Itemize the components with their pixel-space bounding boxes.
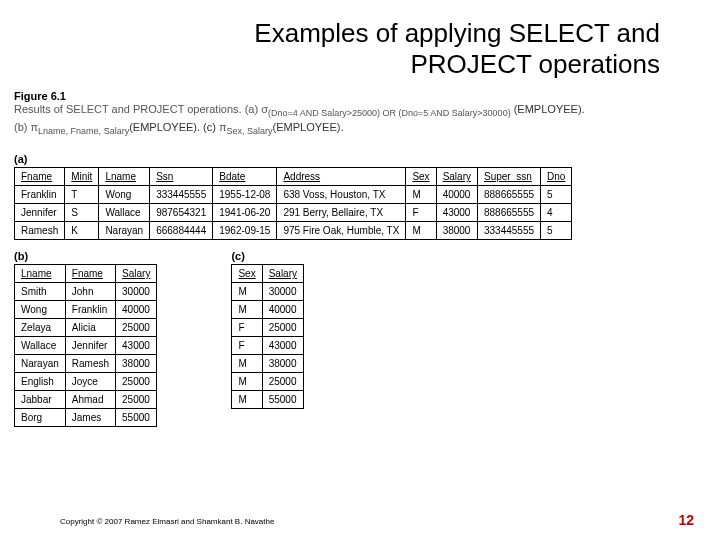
table-cell: M <box>406 186 436 204</box>
table-cell: 43000 <box>436 204 477 222</box>
pi-c-subscript: Sex, Salary <box>227 126 273 136</box>
table-cell: 25000 <box>116 373 157 391</box>
pi-symbol-b: π <box>31 121 39 133</box>
table-cell: Jabbar <box>15 391 66 409</box>
table-cell: Wong <box>99 186 150 204</box>
title-line-2: PROJECT operations <box>410 49 660 79</box>
employee-a: (EMPLOYEE). <box>514 103 585 115</box>
table-cell: 25000 <box>262 373 303 391</box>
table-cell: Jennifer <box>65 337 115 355</box>
column-header: Address <box>277 168 406 186</box>
table-row: RameshKNarayan6668844441962-09-15975 Fir… <box>15 222 572 240</box>
column-header: Fname <box>65 265 115 283</box>
table-c: SexSalaryM30000M40000F25000F43000M38000M… <box>231 264 304 409</box>
column-header: Sex <box>232 265 262 283</box>
table-cell: M <box>232 391 262 409</box>
table-cell: F <box>232 337 262 355</box>
table-row: WongFranklin40000 <box>15 301 157 319</box>
table-cell: Borg <box>15 409 66 427</box>
table-cell: 25000 <box>262 319 303 337</box>
table-cell: Narayan <box>99 222 150 240</box>
sigma-subscript: (Dno=4 AND Salary>25000) OR (Dno=5 AND S… <box>268 109 511 119</box>
column-header: Minit <box>65 168 99 186</box>
table-cell: 666884444 <box>150 222 213 240</box>
table-cell: 291 Berry, Bellaire, TX <box>277 204 406 222</box>
table-cell: Zelaya <box>15 319 66 337</box>
table-cell: 987654321 <box>150 204 213 222</box>
column-header: Salary <box>436 168 477 186</box>
table-cell: 38000 <box>436 222 477 240</box>
table-a: FnameMinitLnameSsnBdateAddressSexSalaryS… <box>14 167 572 240</box>
table-cell: 25000 <box>116 319 157 337</box>
table-row: JenniferSWallace9876543211941-06-20291 B… <box>15 204 572 222</box>
column-header: Bdate <box>213 168 277 186</box>
table-cell: Alicia <box>65 319 115 337</box>
table-cell: T <box>65 186 99 204</box>
table-cell: Ramesh <box>15 222 65 240</box>
table-cell: 888665555 <box>477 186 540 204</box>
table-row: M25000 <box>232 373 304 391</box>
pi-symbol-c: π <box>219 121 227 133</box>
column-header: Salary <box>116 265 157 283</box>
table-cell: 5 <box>541 222 572 240</box>
column-header: Super_ssn <box>477 168 540 186</box>
employee-c: (EMPLOYEE). <box>273 121 344 133</box>
table-cell: Joyce <box>65 373 115 391</box>
table-cell: John <box>65 283 115 301</box>
table-cell: 638 Voss, Houston, TX <box>277 186 406 204</box>
part-c-label: (c) <box>231 250 304 262</box>
column-header: Salary <box>262 265 303 283</box>
table-cell: Wallace <box>99 204 150 222</box>
table-row: SmithJohn30000 <box>15 283 157 301</box>
table-b: LnameFnameSalarySmithJohn30000WongFrankl… <box>14 264 157 427</box>
table-cell: Ahmad <box>65 391 115 409</box>
page-number: 12 <box>678 512 694 528</box>
figure-label: Figure 6.1 <box>0 84 720 102</box>
table-row: F25000 <box>232 319 304 337</box>
column-header: Fname <box>15 168 65 186</box>
table-cell: 55000 <box>262 391 303 409</box>
table-row: M30000 <box>232 283 304 301</box>
table-cell: 30000 <box>116 283 157 301</box>
column-header: Lname <box>99 168 150 186</box>
figure-description: Results of SELECT and PROJECT operations… <box>0 102 720 143</box>
column-header: Ssn <box>150 168 213 186</box>
table-cell: James <box>65 409 115 427</box>
table-cell: F <box>406 204 436 222</box>
table-cell: 333445555 <box>477 222 540 240</box>
table-row: NarayanRamesh38000 <box>15 355 157 373</box>
part-b-label: (b) <box>14 250 157 262</box>
table-cell: Narayan <box>15 355 66 373</box>
table-cell: M <box>232 355 262 373</box>
table-cell: M <box>406 222 436 240</box>
desc-b-prefix: (b) <box>14 121 31 133</box>
table-cell: 38000 <box>116 355 157 373</box>
table-cell: 5 <box>541 186 572 204</box>
table-cell: 1955-12-08 <box>213 186 277 204</box>
table-cell: K <box>65 222 99 240</box>
table-row: EnglishJoyce25000 <box>15 373 157 391</box>
table-cell: 333445555 <box>150 186 213 204</box>
table-cell: F <box>232 319 262 337</box>
table-cell: Franklin <box>65 301 115 319</box>
slide-title: Examples of applying SELECT and PROJECT … <box>0 0 720 84</box>
table-cell: Smith <box>15 283 66 301</box>
table-row: M38000 <box>232 355 304 373</box>
table-cell: 40000 <box>262 301 303 319</box>
table-cell: M <box>232 301 262 319</box>
table-cell: Wallace <box>15 337 66 355</box>
table-row: BorgJames55000 <box>15 409 157 427</box>
table-cell: 43000 <box>262 337 303 355</box>
table-row: WallaceJennifer43000 <box>15 337 157 355</box>
desc-prefix: Results of SELECT and PROJECT operations… <box>14 103 261 115</box>
table-cell: 38000 <box>262 355 303 373</box>
table-row: M40000 <box>232 301 304 319</box>
column-header: Sex <box>406 168 436 186</box>
table-cell: English <box>15 373 66 391</box>
table-cell: 55000 <box>116 409 157 427</box>
table-row: M55000 <box>232 391 304 409</box>
table-cell: 888665555 <box>477 204 540 222</box>
table-row: JabbarAhmad25000 <box>15 391 157 409</box>
table-cell: 4 <box>541 204 572 222</box>
table-cell: 1962-09-15 <box>213 222 277 240</box>
